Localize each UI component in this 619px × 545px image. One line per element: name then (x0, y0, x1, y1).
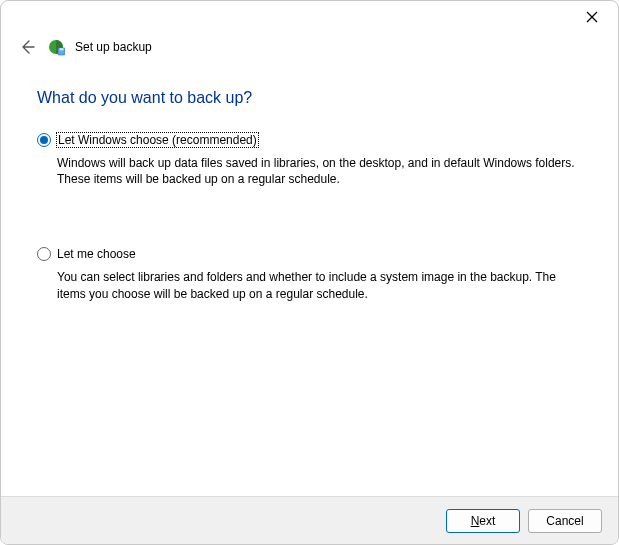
wizard-title: Set up backup (75, 40, 152, 54)
page-heading: What do you want to back up? (37, 89, 582, 107)
wizard-header: Set up backup (1, 33, 618, 65)
wizard-footer: Next Cancel (1, 496, 618, 544)
svg-rect-2 (60, 48, 64, 51)
backup-app-icon (47, 38, 65, 56)
option-let-me-choose: Let me choose You can select libraries a… (37, 247, 582, 301)
radio-windows-choose[interactable] (37, 133, 51, 147)
close-button[interactable] (578, 3, 606, 31)
option-label-let-me-choose[interactable]: Let me choose (57, 247, 136, 261)
option-label-windows-choose[interactable]: Let Windows choose (recommended) (57, 133, 258, 147)
option-head[interactable]: Let Windows choose (recommended) (37, 133, 582, 147)
back-button[interactable] (17, 37, 37, 57)
close-icon (586, 11, 598, 23)
next-button[interactable]: Next (446, 509, 520, 533)
back-arrow-icon (19, 39, 35, 55)
option-head[interactable]: Let me choose (37, 247, 582, 261)
option-desc-windows-choose: Windows will back up data files saved in… (57, 155, 577, 187)
radio-let-me-choose[interactable] (37, 247, 51, 261)
option-desc-let-me-choose: You can select libraries and folders and… (57, 269, 577, 301)
titlebar (1, 1, 618, 33)
backup-globe-icon (47, 38, 65, 56)
cancel-button[interactable]: Cancel (528, 509, 602, 533)
option-windows-choose: Let Windows choose (recommended) Windows… (37, 133, 582, 187)
wizard-content: What do you want to back up? Let Windows… (1, 65, 618, 302)
